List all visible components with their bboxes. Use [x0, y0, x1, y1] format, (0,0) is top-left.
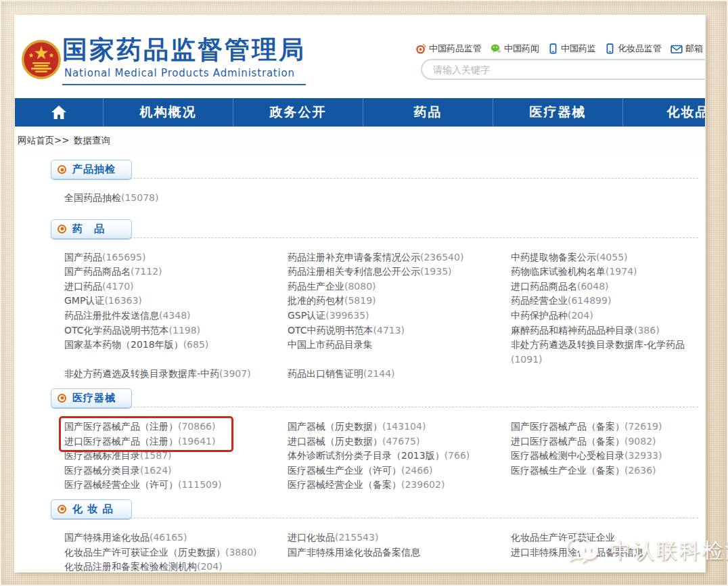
data-link[interactable]: 批准的药包材(5819) — [288, 294, 511, 309]
site-subtitle: National Medical Products Administration — [62, 66, 306, 85]
data-link[interactable]: 进口医疗器械产品（备案）(9082) — [511, 434, 705, 449]
site-header: 国家药品监督管理局 National Medical Products Admi… — [15, 16, 705, 98]
section-bullet-icon — [58, 165, 66, 174]
data-link[interactable]: OTC中药说明书范本(4713) — [288, 323, 511, 338]
data-link[interactable]: 非处方药遴选及转换目录数据库-中药(3907) — [64, 367, 288, 382]
section-bullet-icon — [58, 505, 66, 514]
page-panel: 国家药品监督管理局 National Medical Products Admi… — [15, 16, 705, 572]
breadcrumb-separator: >> — [54, 135, 70, 145]
phone-icon — [548, 43, 558, 54]
data-link[interactable]: 国家基本药物（2018年版）(685) — [64, 338, 288, 353]
section-tab-sampling[interactable]: 产品抽检 — [51, 160, 132, 179]
wechat-icon — [491, 43, 501, 54]
main-nav: 机构概况 政务公开 药品 医疗器械 化妆品 — [15, 98, 705, 127]
header-quick-links: 中国药品监管 中国药闻 中国药监 — [415, 43, 705, 55]
data-link[interactable]: 国产医疗器械产品（注册）(70866) — [64, 420, 288, 434]
data-link[interactable]: 进口化妆品(215543) — [288, 531, 511, 545]
data-link[interactable]: 国产器械（历史数据）(143104) — [288, 420, 511, 434]
data-link[interactable]: 进口药品商品名(6048) — [511, 279, 705, 294]
nav-item-drugs[interactable]: 药品 — [363, 98, 493, 127]
data-link[interactable]: 医疗器械生产企业（许可）(2466) — [288, 464, 511, 478]
section-links-drugs: 国产药品(165695)国产药品商品名(7112)进口药品(4170)GMP认证… — [51, 238, 698, 382]
section-links-cosmetics: 国产特殊用途化妆品(46165)化妆品生产许可获证企业（历史数据）(3880)化… — [51, 518, 698, 572]
link-weibo[interactable]: 中国药品监管 — [415, 43, 482, 55]
link-app-yaojian[interactable]: 中国药监 — [548, 43, 596, 55]
link-app-cosmetics[interactable]: 化妆品监管 — [605, 43, 662, 55]
data-link[interactable]: 药品出口销售证明(2144) — [288, 367, 511, 382]
data-link[interactable]: 药品经营企业(614899) — [511, 294, 705, 309]
nav-home[interactable] — [15, 98, 104, 127]
data-link[interactable]: 国产非特殊用途化妆品备案信息 — [288, 545, 511, 560]
data-link[interactable]: 进口医疗器械产品（注册）(19641) — [64, 434, 288, 449]
phone-icon — [605, 43, 615, 54]
data-link[interactable]: 进口药品(4170) — [64, 279, 288, 294]
link-mailbox[interactable]: 邮箱 — [670, 43, 703, 55]
data-link[interactable]: 非处方药遴选及转换目录数据库-化学药品 (1091) — [511, 338, 705, 367]
mail-icon — [670, 44, 683, 54]
section-header-cosmetics: 化 妆 品 — [51, 500, 698, 518]
section-tab-drugs[interactable]: 药 品 — [51, 219, 132, 239]
data-link[interactable]: 医疗器械标准目录(1587) — [64, 449, 288, 464]
section-bullet-icon — [58, 225, 66, 233]
site-title-block: 国家药品监督管理局 National Medical Products Admi… — [62, 35, 306, 85]
section-tab-devices[interactable]: 医疗器械 — [51, 388, 132, 408]
section-header-drugs: 药 品 — [51, 220, 698, 238]
data-link[interactable]: 全国药品抽检(15078) — [64, 191, 698, 206]
nav-item-cosmetics[interactable]: 化妆品 — [623, 98, 705, 127]
data-link[interactable]: 进口器械（历史数据）(47675) — [288, 434, 511, 449]
data-link[interactable]: 体外诊断试剂分类子目录（2013版）(766) — [288, 449, 511, 464]
search-bar — [421, 59, 705, 80]
data-link[interactable]: 国产药品商品名(7112) — [64, 265, 288, 279]
data-link[interactable]: 进口非特殊用途化妆品备案信息 — [511, 545, 705, 560]
data-link[interactable]: 中药保护品种(204) — [511, 309, 705, 323]
nav-item-medical-devices[interactable]: 医疗器械 — [493, 98, 623, 127]
data-link[interactable]: 药物临床试验机构名单(1974) — [511, 265, 705, 279]
data-link[interactable]: 化妆品生产许可获证企业 — [511, 531, 705, 545]
site-title: 国家药品监督管理局 — [62, 35, 306, 66]
data-link[interactable]: 国产特殊用途化妆品(46165) — [64, 531, 288, 545]
data-link[interactable]: OTC化学药品说明书范本(1198) — [64, 323, 288, 338]
data-link[interactable]: 医疗器械经营企业（许可）(111509) — [64, 478, 288, 493]
weibo-icon — [415, 43, 426, 54]
data-link[interactable]: 国产药品(165695) — [64, 250, 288, 265]
data-query-sections: 产品抽检 全国药品抽检(15078) 药 品 国产药品(165695)国产药品商… — [15, 160, 705, 572]
national-emblem-logo — [21, 39, 62, 80]
search-input[interactable] — [433, 64, 705, 75]
data-link[interactable]: 国产医疗器械产品（备案）(72619) — [511, 420, 705, 434]
data-link[interactable]: 中国上市药品目录集 — [288, 338, 511, 353]
spacer-line — [288, 353, 511, 367]
link-wechat[interactable]: 中国药闻 — [491, 43, 539, 55]
data-link[interactable]: 药品注册补充申请备案情况公示(236540) — [288, 250, 511, 265]
section-bullet-icon — [58, 394, 66, 403]
data-link[interactable]: 医疗器械分类目录(1624) — [64, 464, 288, 478]
section-tab-cosmetics[interactable]: 化 妆 品 — [51, 499, 132, 519]
spacer-line — [64, 353, 288, 367]
breadcrumb-current: 数据查询 — [74, 135, 110, 145]
data-link[interactable]: 药品注册批件发送信息(4348) — [64, 309, 288, 323]
data-link[interactable]: 药品注册相关专利信息公开公示(1935) — [288, 265, 511, 279]
nav-item-gov-affairs[interactable]: 政务公开 — [233, 98, 363, 127]
data-link[interactable]: 麻醉药品和精神药品品种目录(386) — [511, 323, 705, 338]
data-link[interactable]: 医疗器械检测中心受检目录(32933) — [511, 449, 705, 464]
data-link[interactable]: GMP认证(16363) — [64, 294, 288, 309]
data-link[interactable]: 化妆品注册和备案检验检测机构(204) — [64, 560, 288, 572]
data-link[interactable]: 药品生产企业(8080) — [288, 279, 511, 294]
section-links-sampling: 全国药品抽检(15078) — [51, 179, 698, 212]
data-link[interactable]: 医疗器械经营企业（备案）(239602) — [288, 478, 511, 493]
section-links-devices: 国产医疗器械产品（注册）(70866)进口医疗器械产品（注册）(19641)医疗… — [51, 407, 698, 493]
section-header-devices: 医疗器械 — [51, 389, 698, 407]
breadcrumb-home[interactable]: 网站首页 — [18, 135, 54, 145]
section-header-sampling: 产品抽检 — [51, 160, 698, 179]
data-link[interactable]: 医疗器械生产企业（备案）(2636) — [511, 464, 705, 478]
data-link[interactable]: 中药提取物备案公示(4055) — [511, 250, 705, 265]
breadcrumb: 网站首页>> 数据查询 — [15, 127, 705, 153]
data-link[interactable]: GSP认证(399635) — [288, 309, 511, 323]
home-icon — [51, 105, 67, 120]
data-link[interactable]: 化妆品生产许可获证企业（历史数据）(3880) — [64, 545, 288, 560]
nav-item-overview[interactable]: 机构概况 — [104, 98, 233, 127]
